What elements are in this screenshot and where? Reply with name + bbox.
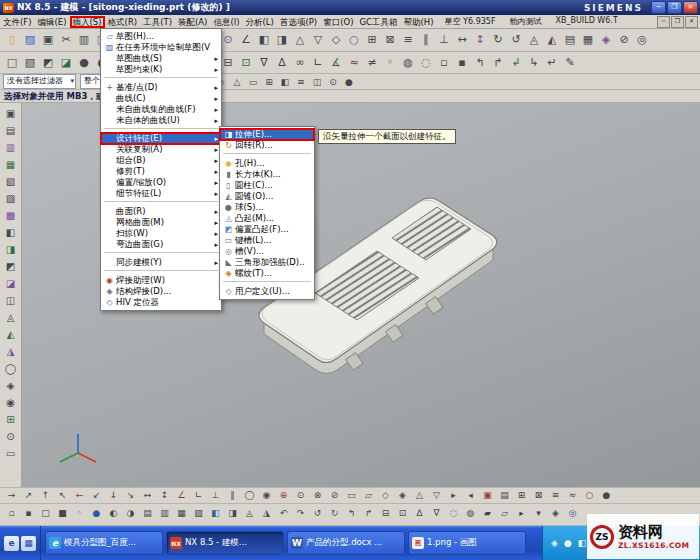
selection-tool-icon[interactable]: ◫ [309,75,325,89]
toolbar-icon[interactable]: ● [88,506,105,521]
menu-bar-item[interactable]: 编辑(E) [35,16,70,28]
toolbar-icon[interactable]: → [3,488,20,503]
toolbar-icon[interactable]: ● [75,54,93,72]
toolbar-icon[interactable]: ◌ [417,54,435,72]
toolbar-icon[interactable]: ◦ [71,506,88,521]
taskbar-button[interactable]: W 产品的分型.docx ... [287,531,405,555]
toolbar-icon[interactable]: ◧ [255,31,273,49]
selection-tool-icon[interactable]: ≡ [293,75,309,89]
toolbar-icon[interactable]: ⊘ [615,31,633,49]
toolbar-icon[interactable]: ● [598,488,615,503]
insert-menu-item[interactable]: 扫掠(W) ▸ [101,228,221,239]
submenu-item[interactable]: ↻ 回转(R)... [220,140,314,151]
toolbar-icon[interactable]: ◎ [633,31,651,49]
close-button[interactable]: ✕ [683,1,698,14]
toolbar-icon[interactable]: ▽ [428,488,445,503]
toolbar-icon[interactable]: ↰ [471,54,489,72]
toolbar-icon[interactable]: ↱ [489,54,507,72]
toolbar-icon[interactable]: ▤ [496,488,513,503]
toolbar-icon[interactable]: ↷ [292,506,309,521]
insert-menu-item[interactable]: + 基准/点(D) ▸ [101,82,221,93]
toolbar-icon[interactable]: ▨ [2,190,20,207]
selection-tool-icon[interactable]: △ [229,75,245,89]
toolbar-icon[interactable]: ↔ [453,31,471,49]
toolbar-icon[interactable]: ▦ [173,506,190,521]
taskbar-button[interactable]: NX NX 8.5 - 建模... [166,531,284,555]
toolbar-icon[interactable]: ▣ [39,31,57,49]
toolbar-icon[interactable]: ∥ [224,488,241,503]
toolbar-icon[interactable]: ↳ [525,54,543,72]
toolbar-icon[interactable]: ◧ [2,224,20,241]
toolbar-icon[interactable]: ↶ [275,506,292,521]
tray-icon[interactable]: ◧ [578,538,587,548]
menu-bar-item[interactable]: 信息(I) [210,16,242,28]
toolbar-icon[interactable]: ⊠ [530,488,547,503]
toolbar-icon[interactable]: ∇ [428,506,445,521]
toolbar-icon[interactable]: ◮ [258,506,275,521]
toolbar-icon[interactable]: ⊞ [2,411,20,428]
toolbar-icon[interactable]: ↑ [37,488,54,503]
toolbar-icon[interactable]: ← [71,488,88,503]
submenu-item[interactable]: ◣ 三角形加强筋(D)... [220,257,314,268]
toolbar-icon[interactable]: ◭ [2,326,20,343]
toolbar-icon[interactable]: ⊠ [381,31,399,49]
submenu-item[interactable]: ◉ 孔(H)... [220,158,314,169]
toolbar-icon[interactable]: ◨ [224,506,241,521]
selection-tool-icon[interactable]: ● [341,75,357,89]
toolbar-icon[interactable]: ◧ [207,506,224,521]
mdi-restore-button[interactable]: ❐ [671,16,684,28]
selection-tool-icon[interactable]: ⊙ [325,75,341,89]
toolbar-icon[interactable]: ⊡ [394,506,411,521]
toolbar-icon[interactable]: ◇ [327,31,345,49]
menu-bar-item[interactable]: 工具(T) [140,16,175,28]
insert-menu-item[interactable]: ▱ 草图(H)... [101,31,221,42]
toolbar-icon[interactable]: ▤ [2,122,20,139]
toolbar-icon[interactable]: ◨ [273,31,291,49]
submenu-item[interactable]: ◎ 槽(V)... [220,246,314,257]
toolbar-icon[interactable]: ↓ [105,488,122,503]
menu-bar-extra-item[interactable]: 星空 Y6.935F [445,16,496,27]
toolbar-icon[interactable]: ⊞ [363,31,381,49]
toolbar-icon[interactable]: ↘ [122,488,139,503]
menu-bar-item[interactable]: 首选项(P) [277,16,320,28]
menu-bar-item[interactable]: 窗口(O) [320,16,356,28]
toolbar-icon[interactable]: ↗ [20,488,37,503]
toolbar-icon[interactable]: ◇ [377,488,394,503]
toolbar-icon[interactable]: ◯ [2,360,20,377]
toolbar-icon[interactable]: ◐ [105,506,122,521]
selection-tool-icon[interactable]: ◧ [277,75,293,89]
insert-menu-item[interactable]: 关联复制(A) ▸ [101,144,221,155]
insert-menu-item[interactable]: 弯边曲面(G) ▸ [101,239,221,250]
toolbar-icon[interactable]: ◪ [57,54,75,72]
toolbar-icon[interactable]: ↕ [156,488,173,503]
submenu-item[interactable]: ▮ 长方体(K)... [220,169,314,180]
insert-menu-item[interactable]: 组合(B) ▸ [101,155,221,166]
toolbar-icon[interactable]: ∆ [411,506,428,521]
toolbar-icon[interactable]: ⊟ [377,506,394,521]
toolbar-icon[interactable]: ◍ [462,506,479,521]
mdi-minimize-button[interactable]: ─ [657,16,670,28]
toolbar-icon[interactable]: ∞ [291,54,309,72]
toolbar-icon[interactable]: ■ [54,506,71,521]
menu-bar-item[interactable]: 装配(A) [175,16,210,28]
menu-bar-item[interactable]: 文件(F) [0,16,35,28]
toolbar-icon[interactable]: ▫ [3,506,20,521]
insert-menu-item[interactable]: 草图约束(K) ▸ [101,64,221,75]
submenu-item[interactable]: ▭ 键槽(L)... [220,235,314,246]
toolbar-icon[interactable]: ∟ [190,488,207,503]
toolbar-icon[interactable]: ↰ [343,506,360,521]
toolbar-icon[interactable]: ▥ [2,139,20,156]
toolbar-icon[interactable]: ◉ [2,394,20,411]
toolbar-icon[interactable]: ◉ [258,488,275,503]
tray-icon[interactable]: ● [564,538,572,548]
toolbar-icon[interactable]: ⊘ [326,488,343,503]
toolbar-icon[interactable]: ▫ [435,54,453,72]
toolbar-icon[interactable]: △ [291,31,309,49]
toolbar-icon[interactable]: ◬ [241,506,258,521]
toolbar-icon[interactable]: ∠ [173,488,190,503]
submenu-item[interactable]: ◨ 拉伸(E)... [220,129,314,140]
quick-launch-icon[interactable]: e [4,536,19,551]
toolbar-icon[interactable]: ▧ [2,173,20,190]
insert-menu-item[interactable]: 同步建模(Y) ▸ [101,257,221,268]
toolbar-icon[interactable]: ↙ [88,488,105,503]
